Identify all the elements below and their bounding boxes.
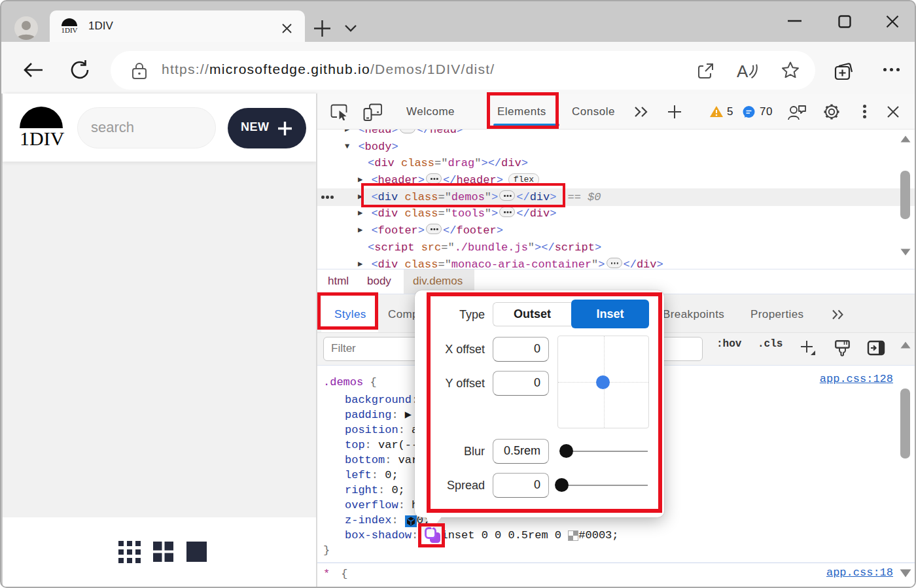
svg-text:1DIV: 1DIV [61, 26, 77, 34]
svg-text:A: A [737, 61, 749, 80]
